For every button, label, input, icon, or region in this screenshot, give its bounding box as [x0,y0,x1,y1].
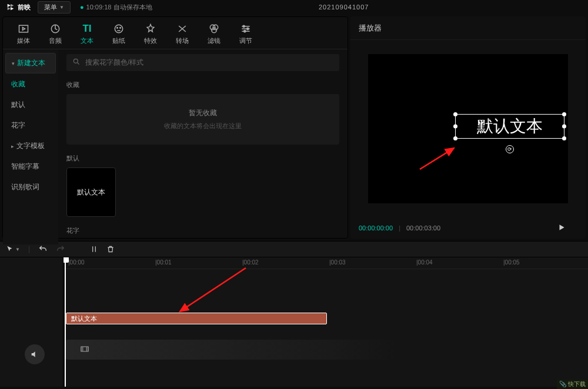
svg-point-2 [115,25,122,32]
svg-point-9 [247,28,249,29]
timeline-ruler[interactable]: |00:00 |00:01 |00:02 |00:03 |00:04 |00:0… [64,257,588,269]
total-time: 00:00:03:00 [406,224,440,232]
preview-canvas[interactable]: 默认文本 ⟳ [368,54,568,203]
svg-point-4 [120,28,121,29]
svg-point-10 [244,31,246,32]
timeline-tracks[interactable]: |00:00 |00:01 |00:02 |00:03 |00:04 |00:0… [64,257,588,387]
sidebar-item-huazi[interactable]: 花字 [5,116,56,135]
check-icon: ● [80,4,84,11]
play-button[interactable] [557,223,566,233]
logo-text: 前映 [18,3,31,12]
video-track-icon [80,344,89,356]
video-track[interactable] [66,340,395,360]
svg-line-12 [420,148,454,169]
text-icon: TI [81,23,93,35]
annotation-arrow-preview [420,146,461,171]
text-clip[interactable]: 默认文本 [66,313,327,324]
tool-adjust[interactable]: 调节 [231,21,260,48]
menu-button[interactable]: 菜单 ▼ [38,1,71,14]
sidebar-item-text-templates[interactable]: ▸文字模板 [5,136,56,156]
resize-handle-bl[interactable] [453,136,457,140]
svg-line-14 [180,268,246,311]
preview-text: 默认文本 [477,115,543,138]
tool-select[interactable]: ▼ [6,245,20,253]
svg-point-11 [74,59,78,63]
split-button[interactable] [90,245,98,253]
player-title: 播放器 [350,16,586,40]
tool-text[interactable]: TI 文本 [72,21,102,48]
tool-media[interactable]: 媒体 [9,21,38,48]
sidebar-item-favorites[interactable]: 收藏 [5,75,56,94]
effect-icon [145,23,156,35]
svg-point-3 [117,28,118,29]
adjust-icon [240,23,252,35]
chevron-down-icon: ▼ [59,5,64,10]
text-layer-selected[interactable]: 默认文本 ⟳ [455,114,564,139]
delete-button[interactable] [106,245,115,253]
section-huazi-label: 花字 [66,226,339,235]
chevron-right-icon: ▸ [11,143,14,149]
svg-point-6 [213,25,218,29]
tool-filter[interactable]: 滤镜 [199,21,229,48]
section-default-label: 默认 [66,154,339,163]
filter-icon [208,23,220,35]
autosave-status: ● 10:09:18 自动保存本地 [80,3,152,12]
sidebar-item-new-text[interactable]: ▾新建文本 [5,53,56,73]
player-viewport[interactable]: 默认文本 ⟳ [350,40,586,217]
asset-toolbar: 媒体 音频 TI 文本 贴纸 特效 转场 [3,17,348,49]
empty-subtitle: 收藏的文本将会出现在这里 [81,122,325,130]
default-text-thumbnail[interactable]: 默认文本 [66,167,116,217]
mute-button[interactable] [25,344,45,364]
search-icon [72,58,81,68]
tool-effect[interactable]: 特效 [136,21,165,48]
audio-icon [49,23,61,35]
project-id: 202109041007 [152,4,535,11]
svg-rect-13 [81,347,88,351]
resize-handle-tl[interactable] [453,112,457,116]
undo-button[interactable] [38,244,48,254]
resize-handle-mr[interactable] [562,125,566,129]
sticker-icon [113,23,125,35]
favorites-empty-state: 暂无收藏 收藏的文本将会出现在这里 [66,94,339,145]
search-placeholder: 搜索花字颜色/样式 [85,58,143,68]
tool-sticker[interactable]: 贴纸 [104,21,133,48]
media-icon [18,23,29,35]
resize-handle-br[interactable] [562,136,566,140]
current-time: 00:00:00:00 [359,224,393,232]
empty-title: 暂无收藏 [81,108,325,118]
text-category-sidebar: ▾新建文本 收藏 默认 花字 ▸文字模板 智能字幕 识别歌词 [3,49,58,244]
redo-button[interactable] [56,244,65,254]
logo-icon [6,2,15,12]
chevron-down-icon: ▾ [12,61,15,66]
sidebar-item-lyrics[interactable]: 识别歌词 [5,177,56,197]
sidebar-item-default[interactable]: 默认 [5,95,56,115]
section-favorites-label: 收藏 [66,81,339,89]
sidebar-item-smart-subtitle[interactable]: 智能字幕 [5,157,56,176]
resize-handle-ml[interactable] [453,125,457,129]
app-logo: 前映 [6,2,31,12]
svg-rect-0 [19,25,28,32]
tool-audio[interactable]: 音频 [41,21,70,48]
rotate-handle[interactable]: ⟳ [506,145,514,153]
resize-handle-tr[interactable] [562,112,566,116]
transition-icon [176,23,188,35]
svg-point-8 [243,25,245,27]
search-input[interactable]: 搜索花字颜色/样式 [66,54,339,71]
watermark: 📎 快下载 [557,380,588,389]
svg-point-7 [212,28,216,32]
tool-transition[interactable]: 转场 [168,21,197,48]
